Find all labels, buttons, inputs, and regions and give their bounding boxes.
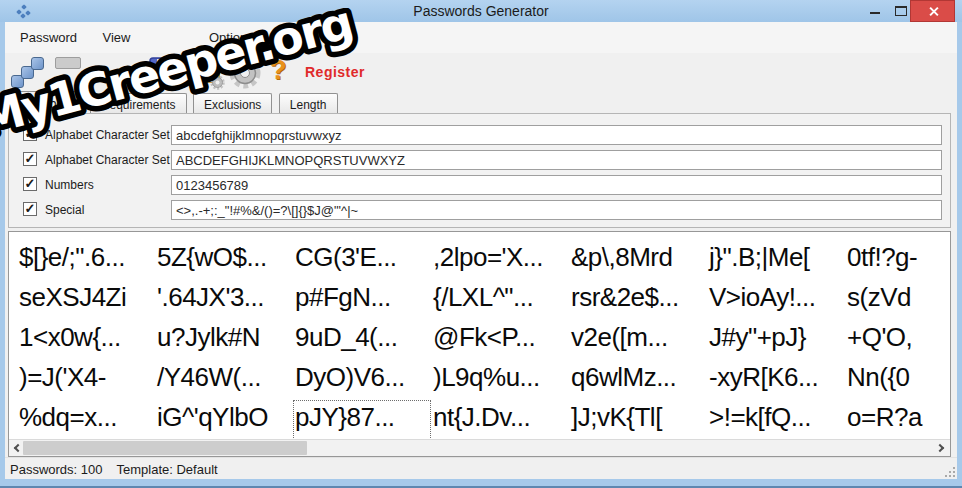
close-button[interactable]: [910, 0, 955, 22]
option-row: ✓ Special: [9, 199, 950, 221]
checkbox-numbers[interactable]: ✓: [23, 177, 37, 191]
input-alphabet-upper[interactable]: [171, 150, 942, 170]
password-item[interactable]: )L9q%u...: [431, 360, 569, 400]
close-icon: [928, 6, 939, 17]
tab-exclusions[interactable]: Exclusions: [193, 93, 272, 115]
checkbox-alphabet-upper[interactable]: ✓: [23, 152, 37, 166]
tab-length[interactable]: Length: [279, 93, 338, 115]
password-item[interactable]: 5Z{wO$...: [155, 240, 293, 280]
password-item[interactable]: '.64JX'3...: [155, 280, 293, 320]
resize-grip[interactable]: [943, 465, 955, 477]
password-item[interactable]: 0tf!?g-: [845, 240, 951, 280]
tab-requirements[interactable]: Requirements: [90, 93, 187, 115]
menu-view[interactable]: View: [99, 22, 135, 45]
password-item[interactable]: %dq=x...: [17, 400, 155, 440]
checkbox-alphabet-lower[interactable]: ✓: [23, 127, 37, 141]
password-item[interactable]: $[}e/;".6...: [17, 240, 155, 280]
scrollbar-thumb[interactable]: [23, 441, 307, 455]
password-item[interactable]: V>ioAy!...: [707, 280, 845, 320]
titlebar: Passwords Generator: [0, 0, 962, 22]
register-button[interactable]: Register: [305, 64, 365, 80]
password-item[interactable]: p#FgN...: [293, 280, 431, 320]
password-item[interactable]: @Fk<P...: [431, 320, 569, 360]
maximize-icon: [895, 6, 907, 16]
input-numbers[interactable]: [171, 175, 942, 195]
scroll-right-button[interactable]: [933, 440, 950, 456]
password-item[interactable]: /Y46W(...: [155, 360, 293, 400]
app-window: Passwords Generator Password View Option…: [0, 0, 962, 488]
password-item[interactable]: +Q'O,: [845, 320, 951, 360]
password-item[interactable]: {/LXL^"...: [431, 280, 569, 320]
password-item[interactable]: pJY}87...: [293, 400, 431, 440]
option-row: ✓ Alphabet Character Set (L): [9, 124, 950, 146]
password-item[interactable]: Nn({0: [845, 360, 951, 400]
alphabets-panel: ✓ Alphabet Character Set (L) ✓ Alphabet …: [8, 113, 951, 228]
password-item[interactable]: v2e([m...: [569, 320, 707, 360]
password-item[interactable]: iG^'qYlbO: [155, 400, 293, 440]
generate-passwords-icon[interactable]: [11, 56, 47, 90]
chevron-right-icon: [936, 444, 944, 452]
menu-password[interactable]: Password: [16, 22, 81, 45]
password-item[interactable]: >!=k[fQ...: [707, 400, 845, 440]
password-grid: $[}e/;".6...5Z{wO$...CG(3'E...,2lpo='X..…: [17, 240, 951, 440]
tabstrip: Alphabets Requirements Exclusions Length: [5, 92, 957, 114]
load-settings-icon[interactable]: [187, 57, 225, 90]
toolbar: W: [5, 53, 957, 92]
password-item[interactable]: ,2lpo='X...: [431, 240, 569, 280]
gear-overlay-icon: [169, 75, 184, 90]
password-item[interactable]: DyO)V6...: [293, 360, 431, 400]
label-special: Special: [45, 203, 84, 217]
password-item[interactable]: j}".B;|Me[: [707, 240, 845, 280]
password-item[interactable]: -xyR[K6...: [707, 360, 845, 400]
password-item[interactable]: seXSJ4Zi: [17, 280, 155, 320]
password-item[interactable]: J#y"+pJ}: [707, 320, 845, 360]
password-item[interactable]: s(zVd: [845, 280, 951, 320]
label-alphabet-lower: Alphabet Character Set (L): [45, 128, 188, 142]
window-title: Passwords Generator: [0, 3, 962, 19]
password-item[interactable]: CG(3'E...: [293, 240, 431, 280]
password-item[interactable]: u?Jylk#N: [155, 320, 293, 360]
chevron-left-icon: [14, 444, 22, 452]
password-item[interactable]: nt{J.Dv...: [431, 400, 569, 440]
menu-help[interactable]: Help: [274, 22, 309, 45]
password-list: $[}e/;".6...5Z{wO$...CG(3'E...,2lpo='X..…: [8, 231, 951, 457]
input-special[interactable]: [171, 200, 942, 220]
minimize-icon: [870, 12, 880, 14]
password-item[interactable]: 9uD_4(...: [293, 320, 431, 360]
toolbar-partial-icon[interactable]: [55, 57, 81, 69]
password-item[interactable]: rsr&2e$...: [569, 280, 707, 320]
input-alphabet-lower[interactable]: [171, 125, 942, 145]
option-row: ✓ Numbers: [9, 174, 950, 196]
password-item[interactable]: ]J;vK{Tl[: [569, 400, 707, 440]
label-numbers: Numbers: [45, 178, 94, 192]
gear-overlay-icon: [210, 75, 225, 90]
word-export-icon[interactable]: W: [122, 62, 141, 87]
status-template: Template: Default: [117, 462, 218, 477]
horizontal-scrollbar[interactable]: [9, 439, 950, 456]
statusbar: Passwords: 100Template: Default: [5, 457, 957, 479]
status-passwords-count: Passwords: 100: [10, 462, 103, 477]
label-alphabet-upper: Alphabet Character Set (U): [45, 153, 190, 167]
settings-gear-icon[interactable]: [229, 57, 261, 89]
password-item[interactable]: 1<x0w{...: [17, 320, 155, 360]
password-item[interactable]: q6wlMz...: [569, 360, 707, 400]
option-row: ✓ Alphabet Character Set (U): [9, 149, 950, 171]
help-icon[interactable]: ?: [270, 55, 287, 86]
password-item[interactable]: )=J('X4-: [17, 360, 155, 400]
minimize-button[interactable]: [864, 0, 886, 22]
checkbox-special[interactable]: ✓: [23, 202, 37, 216]
menubar: Password View Options Help: [5, 22, 957, 53]
tab-alphabets[interactable]: Alphabets: [8, 91, 83, 114]
maximize-button[interactable]: [890, 0, 912, 22]
password-item[interactable]: o=R?a: [845, 400, 951, 440]
save-settings-icon[interactable]: [148, 56, 184, 90]
password-item[interactable]: &p\,8Mrd: [569, 240, 707, 280]
client-area: Password View Options Help W: [5, 22, 957, 479]
menu-options[interactable]: Options: [205, 22, 258, 45]
